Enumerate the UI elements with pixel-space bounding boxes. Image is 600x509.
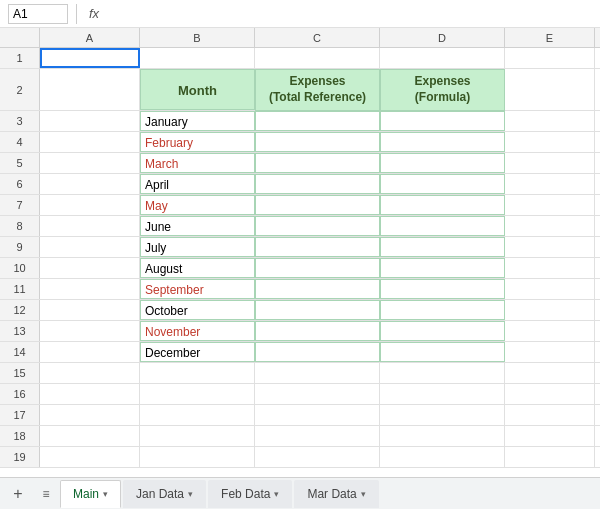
- cell-a15[interactable]: [40, 363, 140, 383]
- cell-a13[interactable]: [40, 321, 140, 341]
- cell-e3[interactable]: [505, 111, 595, 131]
- cell-b13-november[interactable]: November: [140, 321, 255, 341]
- cell-e5[interactable]: [505, 153, 595, 173]
- cell-a16[interactable]: [40, 384, 140, 404]
- col-header-d[interactable]: D: [380, 28, 505, 47]
- col-header-a[interactable]: A: [40, 28, 140, 47]
- cell-b10-august[interactable]: August: [140, 258, 255, 278]
- cell-b15[interactable]: [140, 363, 255, 383]
- cell-b7-may[interactable]: May: [140, 195, 255, 215]
- cell-c16[interactable]: [255, 384, 380, 404]
- cell-b19[interactable]: [140, 447, 255, 467]
- cell-b18[interactable]: [140, 426, 255, 446]
- cell-c17[interactable]: [255, 405, 380, 425]
- cell-b4-february[interactable]: February: [140, 132, 255, 152]
- cell-a9[interactable]: [40, 237, 140, 257]
- cell-d16[interactable]: [380, 384, 505, 404]
- cell-b3-january[interactable]: January: [140, 111, 255, 131]
- col-header-b[interactable]: B: [140, 28, 255, 47]
- cell-d15[interactable]: [380, 363, 505, 383]
- col-header-c[interactable]: C: [255, 28, 380, 47]
- cell-c5[interactable]: [255, 153, 380, 173]
- cell-e7[interactable]: [505, 195, 595, 215]
- cell-b14-december[interactable]: December: [140, 342, 255, 362]
- cell-b2-month[interactable]: Month: [140, 69, 255, 110]
- cell-e16[interactable]: [505, 384, 595, 404]
- cell-b17[interactable]: [140, 405, 255, 425]
- cell-c11[interactable]: [255, 279, 380, 299]
- cell-c8[interactable]: [255, 216, 380, 236]
- cell-c18[interactable]: [255, 426, 380, 446]
- cell-a17[interactable]: [40, 405, 140, 425]
- cell-a12[interactable]: [40, 300, 140, 320]
- cell-d14[interactable]: [380, 342, 505, 362]
- cell-d7[interactable]: [380, 195, 505, 215]
- cell-a2[interactable]: [40, 69, 140, 110]
- cell-c3[interactable]: [255, 111, 380, 131]
- cell-e17[interactable]: [505, 405, 595, 425]
- cell-b8-june[interactable]: June: [140, 216, 255, 236]
- cell-e18[interactable]: [505, 426, 595, 446]
- cell-d3[interactable]: [380, 111, 505, 131]
- cell-b11-september[interactable]: September: [140, 279, 255, 299]
- cell-d11[interactable]: [380, 279, 505, 299]
- cell-d18[interactable]: [380, 426, 505, 446]
- cell-d10[interactable]: [380, 258, 505, 278]
- cell-c4[interactable]: [255, 132, 380, 152]
- cell-e8[interactable]: [505, 216, 595, 236]
- cell-c14[interactable]: [255, 342, 380, 362]
- cell-b16[interactable]: [140, 384, 255, 404]
- cell-c7[interactable]: [255, 195, 380, 215]
- cell-a3[interactable]: [40, 111, 140, 131]
- cell-d2-expenses-formula[interactable]: Expenses(Formula): [380, 69, 505, 111]
- cell-b12-october[interactable]: October: [140, 300, 255, 320]
- cell-d9[interactable]: [380, 237, 505, 257]
- cell-a19[interactable]: [40, 447, 140, 467]
- cell-a10[interactable]: [40, 258, 140, 278]
- cell-e14[interactable]: [505, 342, 595, 362]
- col-header-e[interactable]: E: [505, 28, 595, 47]
- cell-d4[interactable]: [380, 132, 505, 152]
- cell-e2[interactable]: [505, 69, 595, 110]
- cell-c15[interactable]: [255, 363, 380, 383]
- cell-a6[interactable]: [40, 174, 140, 194]
- cell-d1[interactable]: [380, 48, 505, 68]
- cell-d12[interactable]: [380, 300, 505, 320]
- cell-c2-expenses-total[interactable]: Expenses(Total Reference): [255, 69, 380, 111]
- cell-b1[interactable]: [140, 48, 255, 68]
- cell-a7[interactable]: [40, 195, 140, 215]
- cell-e13[interactable]: [505, 321, 595, 341]
- cell-e11[interactable]: [505, 279, 595, 299]
- cell-a4[interactable]: [40, 132, 140, 152]
- cell-a8[interactable]: [40, 216, 140, 236]
- cell-c9[interactable]: [255, 237, 380, 257]
- cell-e6[interactable]: [505, 174, 595, 194]
- formula-input[interactable]: [111, 4, 592, 24]
- cell-e19[interactable]: [505, 447, 595, 467]
- cell-c10[interactable]: [255, 258, 380, 278]
- cell-c12[interactable]: [255, 300, 380, 320]
- cell-a1[interactable]: [40, 48, 140, 68]
- cell-c13[interactable]: [255, 321, 380, 341]
- cell-b9-july[interactable]: July: [140, 237, 255, 257]
- cell-c19[interactable]: [255, 447, 380, 467]
- cell-d17[interactable]: [380, 405, 505, 425]
- cell-e1[interactable]: [505, 48, 595, 68]
- cell-d5[interactable]: [380, 153, 505, 173]
- cell-b6-april[interactable]: April: [140, 174, 255, 194]
- cell-d13[interactable]: [380, 321, 505, 341]
- cell-b5-march[interactable]: March: [140, 153, 255, 173]
- cell-c1[interactable]: [255, 48, 380, 68]
- cell-d8[interactable]: [380, 216, 505, 236]
- cell-d6[interactable]: [380, 174, 505, 194]
- cell-reference-box[interactable]: A1: [8, 4, 68, 24]
- cell-a14[interactable]: [40, 342, 140, 362]
- cell-e9[interactable]: [505, 237, 595, 257]
- cell-c6[interactable]: [255, 174, 380, 194]
- cell-a5[interactable]: [40, 153, 140, 173]
- cell-e10[interactable]: [505, 258, 595, 278]
- cell-e4[interactable]: [505, 132, 595, 152]
- cell-a18[interactable]: [40, 426, 140, 446]
- cell-e15[interactable]: [505, 363, 595, 383]
- cell-a11[interactable]: [40, 279, 140, 299]
